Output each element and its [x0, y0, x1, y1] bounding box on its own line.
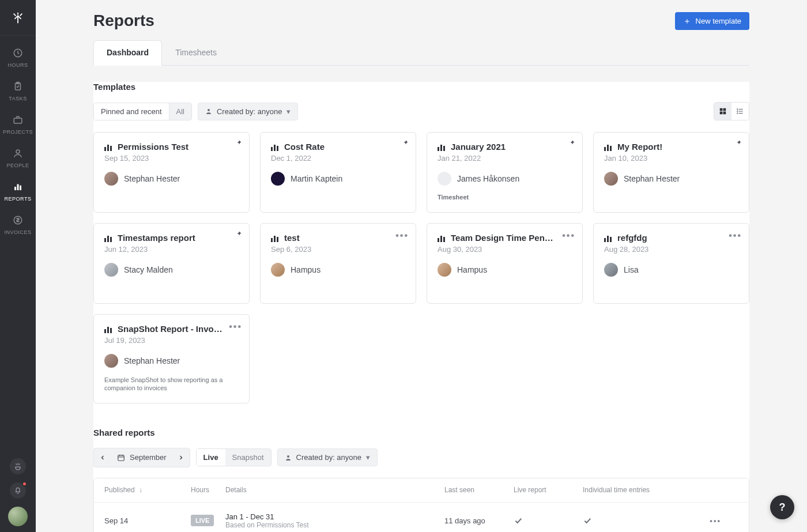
more-icon[interactable]: ••• [229, 322, 242, 332]
cell-published: Sep 14 [104, 516, 191, 525]
col-last-seen[interactable]: Last seen [444, 486, 514, 494]
plus-icon: ＋ [683, 17, 691, 25]
template-cards: Permissions TestSep 15, 2023Stephan Hest… [93, 132, 749, 403]
pin-icon[interactable] [235, 139, 242, 146]
author-avatar [104, 172, 118, 186]
template-card[interactable]: •••SnapShot Report - Invo…Jul 19, 2023St… [93, 314, 250, 403]
card-title: SnapShot Report - Invo… [118, 324, 223, 334]
svg-line-1 [14, 13, 16, 16]
calendar-icon [117, 454, 125, 462]
report-icon [271, 234, 278, 242]
pin-icon[interactable] [735, 139, 742, 146]
clipboard-icon [12, 81, 24, 92]
user-avatar[interactable] [8, 507, 28, 526]
svg-point-21 [737, 109, 738, 110]
report-icon [604, 234, 612, 242]
template-card[interactable]: •••Team Design Time Pen…Aug 30, 2023Hamp… [427, 223, 583, 304]
col-hours[interactable]: Hours [191, 486, 225, 494]
card-date: Jun 12, 2023 [104, 245, 239, 254]
pin-icon[interactable] [235, 231, 242, 237]
person-icon [205, 108, 212, 115]
person-icon [12, 148, 24, 159]
shared-created-by[interactable]: Created by: anyone ▾ [277, 448, 378, 466]
help-fab[interactable]: ? [770, 495, 794, 519]
seg-live[interactable]: Live [197, 449, 225, 466]
svg-point-8 [16, 150, 20, 153]
notifications-button[interactable] [10, 482, 26, 499]
nav-invoices[interactable]: INVOICES [0, 209, 36, 242]
filter-all[interactable]: All [169, 103, 191, 120]
card-title: My Report! [617, 142, 662, 152]
shared-reports-table: Published ↓ Hours Details Last seen Live… [93, 478, 749, 532]
period-next[interactable] [172, 448, 190, 467]
sort-down-icon: ↓ [139, 486, 142, 494]
pin-icon[interactable] [402, 139, 409, 146]
app-logo[interactable] [0, 0, 36, 36]
template-card[interactable]: •••testSep 6, 2023Hampus [260, 223, 416, 304]
check-icon [514, 516, 583, 525]
filter-pinned[interactable]: Pinned and recent [94, 103, 169, 120]
period-prev[interactable] [94, 448, 111, 467]
card-title: January 2021 [451, 142, 506, 152]
card-author: Martin Kaptein [271, 172, 405, 186]
new-template-button[interactable]: ＋ New template [675, 12, 749, 30]
card-author: Lisa [604, 263, 738, 277]
barchart-icon [12, 181, 24, 193]
nav-hours[interactable]: HOURS [0, 41, 36, 75]
row-more-button[interactable]: ••• [687, 516, 721, 525]
cell-last-seen: 11 days ago [444, 516, 514, 525]
report-icon [271, 143, 278, 151]
nav-people[interactable]: PEOPLE [0, 142, 36, 175]
pin-icon[interactable] [568, 139, 575, 146]
svg-point-13 [208, 109, 210, 111]
report-icon [104, 143, 112, 151]
more-icon[interactable]: ••• [729, 231, 742, 241]
card-date: Sep 6, 2023 [271, 245, 405, 254]
col-live-report[interactable]: Live report [514, 486, 583, 494]
template-card[interactable]: My Report!Jan 10, 2023Stephan Hester [593, 132, 749, 213]
tab-dashboard[interactable]: Dashboard [93, 40, 162, 66]
period-picker: September [93, 448, 190, 467]
quick-action-button[interactable] [10, 458, 26, 474]
col-individual[interactable]: Individual time entries [583, 486, 687, 494]
nav-projects[interactable]: PROJECTS [0, 108, 36, 142]
template-card[interactable]: •••refgfdgAug 28, 2023Lisa [593, 223, 749, 304]
author-avatar [104, 354, 118, 368]
card-title: test [284, 233, 300, 243]
nav-reports[interactable]: REPORTS [0, 175, 36, 209]
col-published[interactable]: Published ↓ [104, 486, 191, 494]
filter-created-by[interactable]: Created by: anyone ▾ [198, 103, 298, 120]
template-card[interactable]: Timestamps reportJun 12, 2023Stacy Malde… [93, 223, 250, 304]
period-label[interactable]: September [111, 453, 172, 462]
tab-timesheets[interactable]: Timesheets [162, 40, 230, 66]
seg-snapshot[interactable]: Snapshot [225, 449, 271, 466]
card-title: Team Design Time Pen… [451, 233, 553, 243]
card-title: refgfdg [617, 233, 647, 243]
chevron-down-icon: ▾ [286, 107, 291, 116]
more-icon[interactable]: ••• [562, 231, 575, 241]
card-author: Stacy Malden [104, 263, 239, 277]
svg-rect-9 [14, 187, 16, 190]
clock-icon [12, 47, 24, 59]
dollar-icon [12, 214, 24, 226]
shared-row[interactable]: Sep 14LIVEJan 1 - Dec 31Based on Permiss… [94, 503, 749, 532]
list-view-button[interactable] [731, 103, 749, 120]
template-card[interactable]: January 2021Jan 21, 2022James HåkonsenTi… [427, 132, 583, 213]
author-avatar [271, 172, 285, 186]
templates-heading: Templates [93, 82, 749, 92]
view-toggle [714, 102, 749, 120]
nav-tasks[interactable]: TASKS [0, 75, 36, 108]
author-avatar [604, 263, 618, 277]
svg-point-23 [737, 113, 738, 114]
card-date: Aug 30, 2023 [438, 245, 572, 254]
template-card[interactable]: Permissions TestSep 15, 2023Stephan Hest… [93, 132, 250, 213]
svg-rect-7 [14, 118, 22, 123]
author-avatar [271, 263, 285, 277]
chevron-down-icon: ▾ [366, 453, 370, 462]
col-details[interactable]: Details [225, 486, 444, 494]
grid-view-button[interactable] [714, 103, 731, 120]
template-card[interactable]: Cost RateDec 1, 2022Martin Kaptein [260, 132, 416, 213]
card-author: Stephan Hester [104, 354, 239, 368]
author-avatar [438, 172, 451, 186]
more-icon[interactable]: ••• [395, 231, 409, 241]
